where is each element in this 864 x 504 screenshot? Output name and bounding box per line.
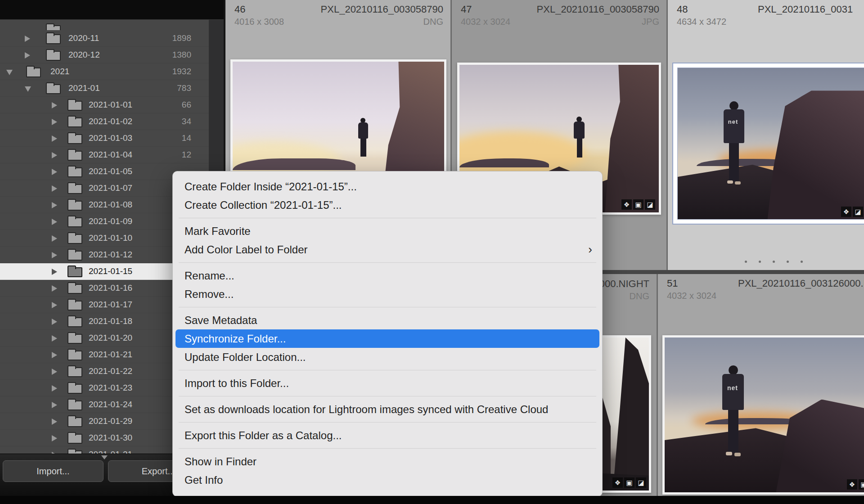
menu-item-create-folder-inside-2021-01-15[interactable]: Create Folder Inside “2021-01-15”... (173, 177, 602, 196)
menu-item-create-collection-2021-01-15[interactable]: Create Collection “2021-01-15”... (173, 196, 602, 214)
cell-filename: PXL_20210116_003126000.N (738, 278, 864, 289)
expand-triangle-icon[interactable] (52, 385, 57, 392)
expand-triangle-icon[interactable] (52, 352, 57, 358)
expand-triangle-icon[interactable] (52, 285, 57, 292)
expand-triangle-icon[interactable] (52, 369, 57, 375)
menu-separator (179, 422, 596, 423)
thumbnail-badges: ❖ ▣ ◪ (621, 199, 655, 210)
menu-separator (179, 370, 596, 370)
menu-item-get-info[interactable]: Get Info (173, 471, 602, 489)
badge-icon[interactable]: ▣ (859, 479, 864, 490)
folder-row-2021-01-02[interactable]: 2021-01-0234 (0, 113, 209, 130)
expand-triangle-icon[interactable] (52, 269, 57, 275)
folder-row-2021-01-03[interactable]: 2021-01-0314 (0, 130, 209, 147)
expand-triangle-icon[interactable] (52, 252, 57, 258)
folder-icon (46, 51, 61, 61)
expand-triangle-icon[interactable] (52, 235, 57, 242)
person-silhouette: net (723, 101, 745, 191)
expand-triangle-icon[interactable] (52, 102, 57, 108)
folder-row-2020-11[interactable]: 2020-111898 (0, 30, 209, 47)
photo-thumbnail-51[interactable]: net ❖ ▣ (662, 335, 864, 495)
photo-count: 1898 (172, 33, 191, 43)
folder-label: 2020-12 (68, 50, 100, 60)
menu-item-export-this-folder-as-a-catalog[interactable]: Export this Folder as a Catalog... (173, 426, 602, 445)
folder-icon (68, 434, 82, 444)
menu-item-rename[interactable]: Rename... (173, 266, 602, 285)
menu-item-mark-favorite[interactable]: Mark Favorite (173, 222, 602, 240)
badge-icon[interactable]: ▣ (624, 477, 634, 488)
collapse-triangle-icon[interactable] (25, 86, 31, 92)
menu-item-update-folder-location[interactable]: Update Folder Location... (173, 348, 602, 366)
badge-icon[interactable]: ◪ (645, 199, 655, 210)
expand-triangle-icon[interactable] (52, 335, 57, 342)
collapse-triangle-icon[interactable] (6, 70, 13, 75)
folder-icon (46, 34, 61, 44)
folder-row-2021-01-01[interactable]: 2021-01-0166 (0, 97, 209, 113)
folder-icon (68, 284, 82, 294)
expand-triangle-icon[interactable] (52, 418, 57, 425)
folder-label: 2021-01-03 (89, 133, 132, 143)
menu-item-set-as-downloads-location-for-lightroom-[interactable]: Set as downloads location for Lightroom … (173, 400, 602, 418)
badge-icon[interactable]: ▣ (633, 199, 644, 210)
expand-triangle-icon[interactable] (52, 152, 57, 158)
badge-icon[interactable]: ❖ (847, 479, 857, 490)
menu-separator (179, 307, 596, 307)
thumbnail-badges: ❖ ▣ (847, 479, 864, 490)
rock-spire (613, 338, 649, 490)
expand-triangle-icon[interactable] (52, 219, 57, 225)
folder-row-2021[interactable]: 20211932 (0, 63, 209, 80)
expand-triangle-icon[interactable] (25, 52, 30, 58)
folder-icon (26, 68, 41, 77)
folder-icon (46, 84, 61, 94)
partial-folder-row[interactable] (0, 20, 209, 30)
folder-context-menu: Create Folder Inside “2021-01-15”...Crea… (172, 171, 603, 497)
folder-icon (68, 134, 82, 144)
expand-triangle-icon[interactable] (52, 319, 57, 325)
expand-triangle-icon[interactable] (52, 169, 57, 175)
badge-icon[interactable]: ❖ (841, 207, 851, 217)
rating-dots[interactable] (745, 261, 803, 263)
folder-icon (68, 217, 82, 227)
badge-icon[interactable]: ❖ (612, 477, 623, 488)
grid-cell-divider (666, 0, 668, 270)
expand-triangle-icon[interactable] (52, 435, 57, 441)
expand-triangle-icon[interactable] (25, 36, 30, 42)
badge-icon[interactable]: ◪ (636, 477, 646, 488)
expand-triangle-icon[interactable] (52, 185, 57, 192)
expand-triangle-icon[interactable] (52, 119, 57, 125)
grid-cell-51[interactable]: 51 PXL_20210116_003126000.N 4032 x 3024 … (658, 274, 864, 496)
folder-row-2021-01[interactable]: 2021-01783 (0, 80, 209, 97)
photo-thumbnail-48[interactable]: net ❖ ◪ (677, 68, 864, 220)
folder-label: 2021-01-24 (89, 400, 132, 410)
badge-icon[interactable]: ◪ (853, 207, 863, 217)
photo-count: 1932 (172, 67, 191, 76)
person-silhouette: net (721, 365, 745, 462)
expand-triangle-icon[interactable] (52, 135, 57, 142)
expand-triangle-icon[interactable] (52, 302, 57, 308)
menu-item-synchronize-folder[interactable]: Synchronize Folder... (176, 329, 599, 348)
hoodie-logo-text: net (728, 118, 738, 125)
folder-icon (68, 417, 82, 427)
expand-triangle-icon[interactable] (52, 202, 57, 208)
scroll-down-indicator-icon[interactable] (101, 455, 108, 459)
folder-row-2021-01-04[interactable]: 2021-01-0412 (0, 147, 209, 163)
import-button[interactable]: Import... (3, 460, 104, 482)
grid-cell-48-selected[interactable]: 48 PXL_20210116_0031 4634 x 3472 net (668, 0, 864, 270)
menu-item-remove[interactable]: Remove... (173, 285, 602, 303)
folder-label: 2021-01-31 (89, 450, 132, 454)
menu-item-show-in-finder[interactable]: Show in Finder (173, 452, 602, 471)
cell-format: JPG (642, 17, 659, 27)
badge-icon[interactable]: ❖ (621, 199, 632, 210)
folder-row-2020-12[interactable]: 2020-121380 (0, 47, 209, 63)
menu-item-save-metadata[interactable]: Save Metadata (173, 311, 602, 329)
menu-item-add-color-label-to-folder[interactable]: Add Color Label to Folder› (173, 240, 602, 259)
cell-dimensions: 4032 x 3024 (461, 17, 510, 27)
folder-icon (68, 334, 82, 344)
cell-index: 48 (677, 4, 688, 15)
folder-label: 2021-01-10 (89, 233, 132, 243)
cell-format: DNG (423, 17, 443, 27)
folder-label: 2021 (50, 67, 69, 76)
expand-triangle-icon[interactable] (52, 402, 57, 408)
cliff-face (605, 65, 659, 212)
menu-item-import-to-this-folder[interactable]: Import to this Folder... (173, 374, 602, 392)
